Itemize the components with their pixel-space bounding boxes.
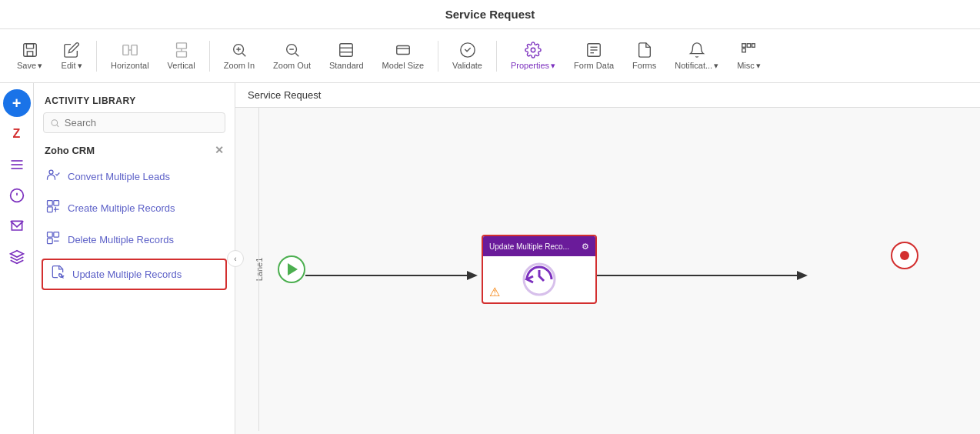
- sidebar-section-header: Zoho CRM ✕: [34, 139, 235, 161]
- convert-icon: [45, 167, 62, 186]
- svg-marker-52: [797, 271, 808, 280]
- svg-rect-19: [397, 46, 410, 55]
- svg-rect-1: [26, 43, 33, 48]
- save-icon: [22, 42, 38, 58]
- lane-label: Lane1: [255, 258, 264, 282]
- svg-rect-3: [123, 45, 128, 55]
- lane-border: [258, 108, 259, 431]
- svg-rect-47: [48, 239, 53, 244]
- activity-settings-icon[interactable]: ⚙: [582, 242, 589, 252]
- validate-button[interactable]: Validate: [445, 38, 490, 73]
- horizontal-icon: [122, 42, 138, 58]
- canvas-area: Service Request Lane1 Update Multiple Re…: [235, 83, 980, 434]
- sidebar-item-update-multiple-records[interactable]: Update Multiple Records: [42, 259, 227, 290]
- sidebar-collapse-button[interactable]: ‹: [227, 250, 244, 267]
- svg-line-38: [57, 125, 58, 126]
- update-icon: [49, 265, 66, 284]
- svg-rect-6: [176, 43, 186, 48]
- forms-icon: [636, 42, 653, 58]
- svg-rect-2: [27, 51, 32, 55]
- divider-2: [209, 41, 210, 72]
- notifications-button[interactable]: Notificat... ▾: [667, 38, 726, 74]
- vertical-button[interactable]: Vertical: [160, 38, 203, 73]
- add-icon-bar-item[interactable]: +: [3, 89, 31, 117]
- svg-rect-28: [752, 43, 755, 47]
- sidebar-search-box[interactable]: [43, 112, 225, 133]
- zoom-in-icon: [231, 42, 248, 58]
- activity-node-header: Update Multiple Reco... ⚙: [483, 236, 595, 256]
- svg-rect-4: [132, 45, 137, 55]
- svg-rect-42: [48, 207, 53, 212]
- layers-icon-bar-item[interactable]: [3, 243, 31, 271]
- activity-library-sidebar: ACTIVITY LIBRARY Zoho CRM ✕ Convert Mult…: [34, 83, 235, 434]
- message-icon-bar-item[interactable]: [3, 212, 31, 240]
- svg-point-21: [531, 48, 535, 52]
- sidebar-item-convert-multiple-leads[interactable]: Convert Multiple Leads: [34, 161, 235, 192]
- svg-rect-0: [23, 43, 36, 56]
- start-play-icon: [288, 263, 298, 275]
- svg-rect-29: [742, 48, 746, 52]
- toolbar: Save ▾ Edit ▾ Horizontal Vertical Zoom I…: [0, 29, 980, 83]
- svg-rect-26: [742, 43, 746, 47]
- zoom-in-button[interactable]: Zoom In: [216, 38, 262, 73]
- validate-icon: [459, 42, 476, 58]
- svg-line-14: [295, 53, 298, 56]
- canvas-content[interactable]: Lane1 Update Multiple Reco... ⚙ ⚠: [235, 108, 980, 431]
- sidebar-item-delete-multiple-records[interactable]: Delete Multiple Records: [34, 224, 235, 255]
- zoho-icon-bar-item[interactable]: Z: [3, 120, 31, 148]
- svg-rect-7: [176, 52, 186, 57]
- delete-icon: [45, 230, 62, 249]
- edit-button[interactable]: Edit ▾: [53, 38, 90, 74]
- flow-start-node[interactable]: [278, 255, 305, 283]
- misc-button[interactable]: Misc ▾: [729, 38, 768, 74]
- activity-node-body: ⚠: [483, 256, 595, 302]
- notifications-icon: [688, 42, 705, 58]
- form-data-button[interactable]: Form Data: [566, 38, 622, 73]
- model-size-icon: [395, 42, 412, 58]
- search-input[interactable]: [65, 117, 218, 129]
- zoom-out-button[interactable]: Zoom Out: [265, 38, 318, 73]
- svg-marker-36: [10, 251, 23, 257]
- standard-icon: [338, 42, 355, 58]
- svg-rect-16: [340, 44, 353, 57]
- activity-warning-icon: ⚠: [489, 285, 500, 299]
- svg-rect-45: [48, 232, 53, 238]
- close-section-icon[interactable]: ✕: [215, 144, 224, 156]
- properties-button[interactable]: Properties ▾: [503, 38, 563, 74]
- zoom-out-icon: [284, 42, 301, 58]
- svg-point-37: [52, 119, 57, 125]
- svg-rect-41: [54, 201, 59, 206]
- sidebar-item-create-multiple-records[interactable]: Create Multiple Records: [34, 192, 235, 224]
- svg-point-39: [49, 170, 53, 174]
- main-layout: + Z ACTIVITY LIBRARY Zoho CRM ✕: [0, 83, 980, 434]
- activity-node-update-multiple-records[interactable]: Update Multiple Reco... ⚙ ⚠: [482, 235, 597, 304]
- divider-3: [438, 41, 438, 72]
- divider-1: [96, 41, 97, 72]
- info-icon-bar-item[interactable]: [3, 182, 31, 209]
- svg-rect-27: [748, 43, 752, 47]
- properties-icon: [525, 42, 542, 58]
- form-data-icon: [585, 42, 602, 58]
- svg-rect-40: [48, 201, 53, 206]
- search-icon: [50, 118, 60, 129]
- model-size-button[interactable]: Model Size: [375, 38, 432, 73]
- svg-rect-46: [54, 232, 59, 238]
- svg-marker-50: [467, 271, 478, 280]
- canvas-header: Service Request: [235, 83, 980, 108]
- horizontal-button[interactable]: Horizontal: [103, 38, 157, 73]
- misc-icon: [740, 42, 757, 58]
- create-icon: [45, 199, 62, 218]
- forms-button[interactable]: Forms: [625, 38, 664, 73]
- icon-bar: + Z: [0, 83, 34, 434]
- arrow-activity-to-end: [597, 268, 812, 283]
- page-title: Service Request: [445, 8, 535, 21]
- save-button[interactable]: Save ▾: [9, 38, 50, 74]
- edit-icon: [63, 42, 80, 58]
- flow-end-node[interactable]: [891, 242, 918, 269]
- standard-button[interactable]: Standard: [322, 38, 372, 73]
- activity-node-icon: [521, 261, 558, 298]
- sidebar-header: ACTIVITY LIBRARY: [34, 91, 235, 112]
- top-bar: Service Request: [0, 0, 980, 29]
- arrow-start-to-activity: [305, 268, 482, 283]
- list-icon-bar-item[interactable]: [3, 151, 31, 179]
